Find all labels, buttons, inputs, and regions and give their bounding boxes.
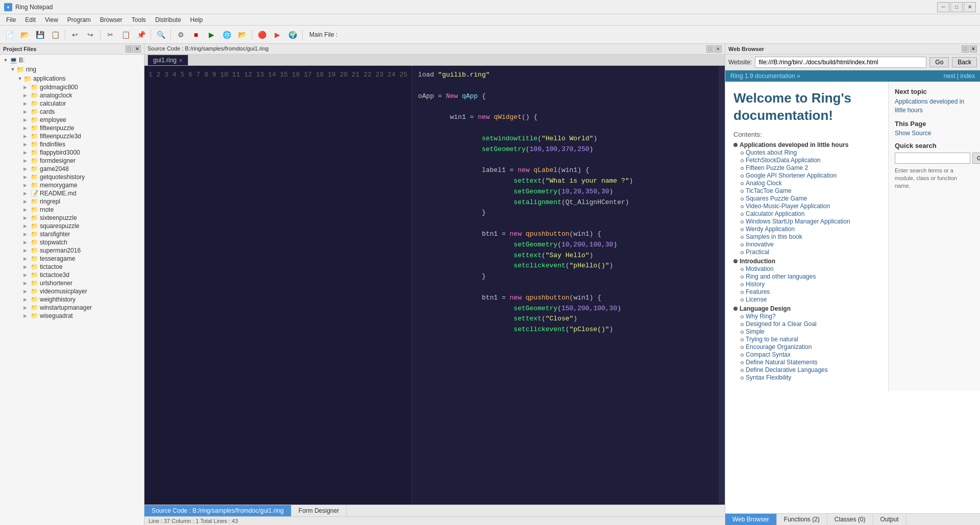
browser-tab-functions[interactable]: Functions (2) bbox=[777, 514, 827, 525]
browser-btn[interactable]: 🌐 bbox=[219, 28, 234, 42]
list-item[interactable]: ▶📁calculator bbox=[0, 99, 144, 108]
tree-applications[interactable]: ▼ 📁 applications bbox=[0, 74, 144, 83]
browser-back-button[interactable]: Back bbox=[952, 57, 977, 67]
run-button[interactable]: ▶ bbox=[204, 28, 218, 42]
list-item[interactable]: ▶📁sixteenpuzzle bbox=[0, 214, 144, 222]
menu-distribute[interactable]: Distribute bbox=[151, 15, 185, 24]
compile-button[interactable]: ⚙ bbox=[174, 28, 188, 42]
open-button[interactable]: 📂 bbox=[17, 28, 32, 42]
code-container[interactable]: 1 2 3 4 5 6 7 8 9 10 11 12 13 14 15 16 1… bbox=[144, 66, 725, 505]
redo-button[interactable]: ↪ bbox=[83, 28, 97, 42]
browser-go-button[interactable]: Go bbox=[929, 57, 949, 67]
list-item[interactable]: ▶📁fifteenpuzzle3d bbox=[0, 132, 144, 140]
run-btn2[interactable]: ▶ bbox=[270, 28, 284, 42]
list-item[interactable]: ▶📁tictactoe3d bbox=[0, 271, 144, 279]
panel-close-btn[interactable]: ✕ bbox=[134, 45, 141, 53]
debug-button[interactable]: ■ bbox=[189, 28, 203, 42]
panel-shrink-btn[interactable]: □ bbox=[126, 45, 133, 53]
close-button[interactable]: ✕ bbox=[964, 2, 976, 12]
list-item[interactable]: ▶📝README.md bbox=[0, 189, 144, 197]
menu-edit[interactable]: Edit bbox=[21, 15, 40, 24]
list-item[interactable]: ▶📁memorygame bbox=[0, 181, 144, 189]
line-numbers: 1 2 3 4 5 6 7 8 9 10 11 12 13 14 15 16 1… bbox=[144, 66, 412, 505]
list-item[interactable]: ▶📁ringrepl bbox=[0, 197, 144, 206]
ring-nav-next[interactable]: next | index bbox=[944, 72, 975, 80]
tab-gui1[interactable]: gui1.ring ✕ bbox=[148, 55, 188, 65]
browser-shrink-btn[interactable]: □ bbox=[962, 45, 969, 53]
menu-file[interactable]: File bbox=[2, 15, 20, 24]
tab-form-designer[interactable]: Form Designer bbox=[291, 505, 347, 516]
save-button[interactable]: 💾 bbox=[33, 28, 47, 42]
list-item[interactable]: ▶📁tictactoe bbox=[0, 263, 144, 271]
list-item[interactable]: ▶📁flappybird3000 bbox=[0, 148, 144, 157]
maximize-button[interactable]: □ bbox=[950, 2, 963, 12]
sep3 bbox=[151, 30, 151, 40]
list-item[interactable]: ▶📁fifteenpuzzle bbox=[0, 124, 144, 132]
list-item[interactable]: ▶📁analogclock bbox=[0, 91, 144, 99]
list-item[interactable]: ▶📁employee bbox=[0, 116, 144, 124]
browser-url-input[interactable] bbox=[755, 57, 926, 68]
list-item[interactable]: ▶📁starsfighter bbox=[0, 230, 144, 238]
project-panel-title: Project Files bbox=[3, 46, 36, 52]
list-item[interactable]: ▶📁urlshortener bbox=[0, 279, 144, 287]
tab-bar: gui1.ring ✕ bbox=[144, 55, 725, 66]
list-item[interactable]: ▶📁cards bbox=[0, 108, 144, 116]
menu-view[interactable]: View bbox=[41, 15, 62, 24]
code-content[interactable]: load "guilib.ring" oApp = New qApp { win… bbox=[412, 66, 719, 505]
browser-heading: Welcome to Ring's documentation! bbox=[733, 90, 880, 124]
minimize-button[interactable]: ─ bbox=[937, 2, 949, 12]
tab-gui1-close[interactable]: ✕ bbox=[179, 58, 183, 63]
tab-gui1-label: gui1.ring bbox=[153, 57, 177, 64]
list-item[interactable]: ▶📁stopwatch bbox=[0, 238, 144, 246]
menu-program[interactable]: Program bbox=[63, 15, 95, 24]
list-item[interactable]: ▶📁findinfiles bbox=[0, 140, 144, 148]
list-item[interactable]: ▶📁tesseragame bbox=[0, 255, 144, 263]
show-source-link[interactable]: Show Source bbox=[895, 130, 931, 137]
list-item[interactable]: ▶📁superman2016 bbox=[0, 246, 144, 255]
cut-button[interactable]: ✂ bbox=[103, 28, 117, 42]
menu-help[interactable]: Help bbox=[186, 15, 207, 24]
list-item[interactable]: ▶📁squarespuzzle bbox=[0, 222, 144, 230]
editor-shrink-btn[interactable]: □ bbox=[706, 45, 714, 53]
ring-doc-link[interactable]: Ring 1.9 documentation » bbox=[730, 72, 800, 80]
list-item[interactable]: ▶📁videomusicplayer bbox=[0, 287, 144, 295]
undo-button[interactable]: ↩ bbox=[68, 28, 82, 42]
browser-content[interactable]: Ring 1.9 documentation » next | index We… bbox=[725, 70, 980, 513]
paste-button[interactable]: 📌 bbox=[134, 28, 148, 42]
tab-source-code[interactable]: Source Code : B:/ring/samples/fromdoc/gu… bbox=[144, 505, 291, 516]
list-item[interactable]: ▶📁formdesigner bbox=[0, 157, 144, 165]
browser-tab-output[interactable]: Output bbox=[873, 514, 906, 525]
browser-bottom-tabs: Web Browser Functions (2) Classes (0) Ou… bbox=[725, 513, 980, 525]
list-item[interactable]: ▶📁rnote bbox=[0, 206, 144, 214]
folder-apps-icon: 📁 bbox=[23, 74, 32, 83]
sep4 bbox=[170, 30, 171, 40]
code-scrollbar[interactable] bbox=[719, 66, 725, 505]
menu-browser[interactable]: Browser bbox=[96, 15, 127, 24]
list-item[interactable]: ▶📁game2048 bbox=[0, 165, 144, 173]
quick-search-input[interactable] bbox=[895, 153, 970, 164]
list-item[interactable]: ▶📁wiseguadrat bbox=[0, 312, 144, 320]
globe-btn[interactable]: 🌍 bbox=[285, 28, 300, 42]
find-button[interactable]: 🔍 bbox=[154, 28, 168, 42]
list-item[interactable]: ▶📁weighthistory bbox=[0, 295, 144, 304]
quick-search-go[interactable]: Go bbox=[972, 153, 980, 164]
save-all-button[interactable]: 📋 bbox=[48, 28, 62, 42]
copy-button[interactable]: 📋 bbox=[118, 28, 133, 42]
browser-tab-web[interactable]: Web Browser bbox=[725, 514, 777, 525]
list-item[interactable]: ▶📁getquoteshistory bbox=[0, 173, 144, 181]
folder-btn2[interactable]: 📂 bbox=[235, 28, 249, 42]
list-item[interactable]: ▶📁goldmagic800 bbox=[0, 83, 144, 91]
editor-area: Source Code : B:/ring/samples/fromdoc/gu… bbox=[144, 44, 725, 525]
tree-root[interactable]: ▼ 💻 B: bbox=[0, 56, 144, 65]
tree-ring[interactable]: ▼ 📁 ring bbox=[0, 65, 144, 74]
new-button[interactable]: 📄 bbox=[2, 28, 16, 42]
editor-close-btn[interactable]: ✕ bbox=[715, 45, 722, 53]
next-topic-link[interactable]: Applications developed in little hours bbox=[895, 97, 974, 115]
browser-tab-classes[interactable]: Classes (0) bbox=[827, 514, 873, 525]
browser-contents-title: Contents: bbox=[733, 131, 880, 138]
proj-btn[interactable]: 🔴 bbox=[255, 28, 269, 42]
menu-tools[interactable]: Tools bbox=[128, 15, 150, 24]
browser-left: Welcome to Ring's documentation! Content… bbox=[725, 82, 888, 391]
browser-close-btn[interactable]: ✕ bbox=[970, 45, 977, 53]
list-item[interactable]: ▶📁winstartupmanager bbox=[0, 304, 144, 312]
